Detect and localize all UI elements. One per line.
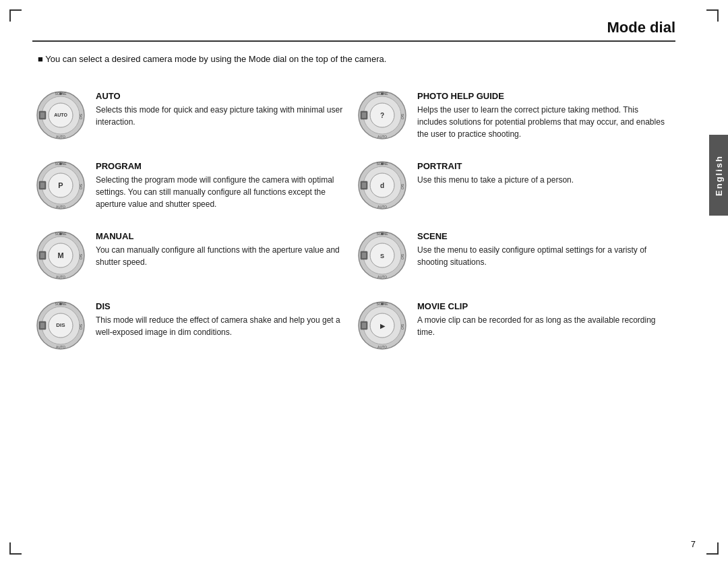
dial-icon-auto: AUTO SCENE SiO AUTO — [35, 90, 86, 141]
svg-text:DIS: DIS — [56, 322, 65, 328]
mode-desc-movie-clip: A movie clip can be recorded for as long… — [417, 314, 667, 338]
svg-point-29 — [59, 162, 62, 165]
svg-text:SiO: SiO — [79, 324, 83, 330]
svg-text:AUTO: AUTO — [377, 345, 387, 349]
svg-point-49 — [59, 232, 62, 235]
mode-title-dis: DIS — [96, 301, 346, 311]
dial-icon-dis: DIS SCENE SiO AUTO — [35, 300, 86, 351]
dial-icon-portrait: d SCENE SiO AUTO — [357, 160, 408, 211]
mode-text-movie-clip: MOVIE CLIPA movie clip can be recorded f… — [417, 300, 667, 338]
dial-icon-movie-clip: ▶ SCENE SiO AUTO — [357, 300, 408, 351]
svg-text:SiO: SiO — [400, 324, 404, 330]
corner-mark-br — [706, 542, 719, 555]
svg-rect-64 — [40, 323, 44, 328]
svg-point-39 — [381, 162, 384, 165]
svg-text:AUTO: AUTO — [56, 135, 65, 139]
svg-text:AUTO: AUTO — [56, 345, 65, 349]
svg-text:SiO: SiO — [79, 114, 83, 119]
svg-text:AUTO: AUTO — [377, 275, 387, 279]
mode-desc-portrait: Use this menu to take a picture of a per… — [417, 174, 667, 186]
svg-rect-34 — [362, 183, 366, 188]
svg-text:M: M — [57, 251, 63, 259]
mode-title-program: PROGRAM — [96, 161, 346, 171]
mode-item-manual: M SCENE SiO AUTO MANUALYou can manually … — [32, 220, 354, 290]
svg-text:S: S — [380, 253, 384, 259]
mode-item-scene: S SCENE SiO AUTO SCENEUse the menu to ea… — [354, 220, 675, 290]
mode-title-manual: MANUAL — [96, 231, 346, 241]
dial-icon-program: P SCENE SiO AUTO — [35, 160, 86, 211]
mode-title-scene: SCENE — [417, 231, 667, 241]
side-tab: English — [709, 135, 728, 216]
svg-text:SiO: SiO — [79, 254, 83, 259]
svg-point-79 — [381, 303, 384, 305]
mode-text-auto: AUTOSelects this mode for quick and easy… — [96, 90, 346, 128]
mode-item-program: P SCENE SiO AUTO PROGRAMSelecting the pr… — [32, 150, 354, 220]
svg-rect-24 — [40, 183, 44, 188]
svg-point-59 — [381, 232, 384, 235]
dial-icon-scene: S SCENE SiO AUTO — [357, 230, 408, 281]
corner-mark-bl — [9, 542, 22, 555]
svg-rect-54 — [362, 253, 366, 258]
dial-icon-manual: M SCENE SiO AUTO — [35, 230, 86, 281]
corner-mark-tr — [706, 9, 719, 22]
mode-desc-scene: Use the menu to easily configure optimal… — [417, 244, 667, 268]
svg-text:AUTO: AUTO — [54, 113, 67, 117]
mode-desc-photo-help: Helps the user to learn the correct pict… — [417, 104, 667, 140]
corner-mark-tl — [9, 9, 22, 22]
svg-point-69 — [59, 303, 62, 305]
svg-text:▶: ▶ — [380, 323, 386, 330]
page-title: Mode dial — [32, 19, 675, 42]
page-container: English Mode dial ■ You can select a des… — [0, 0, 728, 564]
intro-text: ■ You can select a desired camera mode b… — [38, 54, 696, 64]
svg-rect-74 — [362, 323, 366, 328]
mode-desc-dis: This mode will reduce the effect of came… — [96, 314, 346, 338]
svg-text:SiO: SiO — [400, 114, 404, 119]
svg-text:AUTO: AUTO — [56, 205, 65, 209]
mode-title-photo-help: PHOTO HELP GUIDE — [417, 91, 667, 101]
svg-text:SiO: SiO — [400, 254, 404, 259]
svg-text:?: ? — [380, 112, 384, 119]
svg-point-19 — [381, 92, 384, 95]
mode-text-photo-help: PHOTO HELP GUIDEHelps the user to learn … — [417, 90, 667, 140]
page-number: 7 — [691, 539, 696, 549]
mode-item-dis: DIS SCENE SiO AUTO DISThis mode will red… — [32, 290, 354, 361]
dial-icon-photo-help: ? SCENE SiO AUTO — [357, 90, 408, 141]
mode-title-movie-clip: MOVIE CLIP — [417, 301, 667, 311]
mode-text-scene: SCENEUse the menu to easily configure op… — [417, 230, 667, 268]
svg-text:AUTO: AUTO — [377, 205, 387, 209]
svg-text:SiO: SiO — [79, 184, 83, 189]
mode-item-photo-help: ? SCENE SiO AUTO PHOTO HELP GUIDEHelps t… — [354, 80, 675, 150]
svg-text:SiO: SiO — [400, 184, 404, 189]
svg-rect-4 — [40, 113, 44, 118]
mode-item-movie-clip: ▶ SCENE SiO AUTO MOVIE CLIPA movie clip … — [354, 290, 675, 361]
svg-text:AUTO: AUTO — [377, 135, 387, 139]
mode-desc-manual: You can manually configure all functions… — [96, 244, 346, 268]
mode-text-dis: DISThis mode will reduce the effect of c… — [96, 300, 346, 338]
mode-desc-program: Selecting the program mode will configur… — [96, 174, 346, 210]
svg-rect-44 — [40, 253, 44, 258]
svg-rect-14 — [362, 113, 366, 118]
svg-text:d: d — [380, 182, 384, 189]
side-tab-label: English — [714, 155, 724, 196]
mode-item-portrait: d SCENE SiO AUTO PORTRAITUse this menu t… — [354, 150, 675, 220]
mode-desc-auto: Selects this mode for quick and easy pic… — [96, 104, 346, 128]
mode-title-portrait: PORTRAIT — [417, 161, 667, 171]
svg-text:P: P — [58, 181, 63, 189]
mode-text-manual: MANUALYou can manually configure all fun… — [96, 230, 346, 268]
mode-item-auto: AUTO SCENE SiO AUTO AUTOSelects this mod… — [32, 80, 354, 150]
mode-text-program: PROGRAMSelecting the program mode will c… — [96, 160, 346, 210]
mode-title-auto: AUTO — [96, 91, 346, 101]
svg-point-9 — [59, 92, 62, 95]
modes-grid: AUTO SCENE SiO AUTO AUTOSelects this mod… — [32, 80, 675, 361]
svg-text:AUTO: AUTO — [56, 275, 65, 279]
mode-text-portrait: PORTRAITUse this menu to take a picture … — [417, 160, 667, 186]
